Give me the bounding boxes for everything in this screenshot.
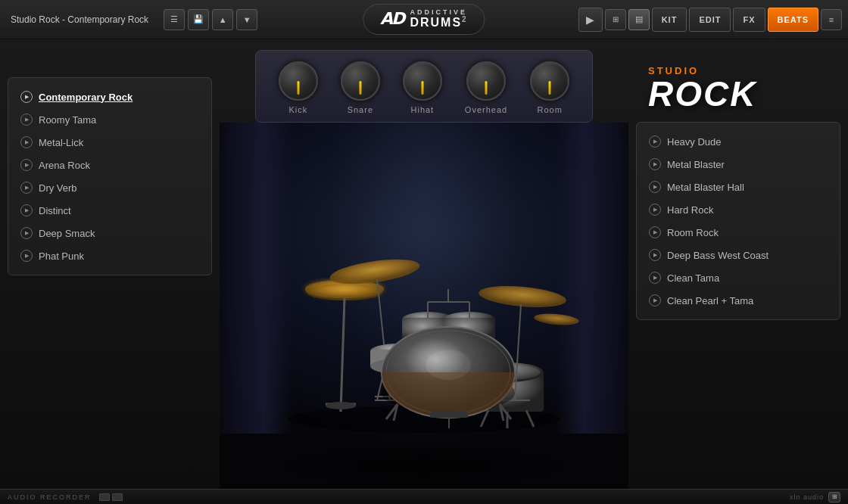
preset-label: Deep Bass West Coast: [667, 250, 768, 261]
tab-edit[interactable]: EDIT: [689, 8, 731, 32]
tab-beats[interactable]: BEATS: [768, 8, 818, 32]
left-preset-list: ▶ Contemporary Rock ▶ Roomy Tama ▶ Metal…: [8, 77, 212, 275]
play-icon: ▶: [649, 204, 661, 216]
more-button[interactable]: ≡: [821, 9, 842, 30]
xln-logo: xln audio: [790, 493, 824, 501]
play-button[interactable]: ▶: [578, 8, 603, 32]
rock-label: ROCK: [648, 76, 828, 111]
floor-shadow: [260, 443, 588, 489]
svg-point-11: [307, 284, 382, 300]
preset-label: Room Rock: [667, 227, 719, 238]
stop-button[interactable]: [112, 493, 123, 501]
grid-view-button[interactable]: ⊞: [605, 9, 626, 30]
room-knob[interactable]: [530, 61, 569, 101]
top-right-controls: ▶ ⊞ ▤ KIT EDIT FX BEATS ≡: [578, 8, 848, 32]
list-item[interactable]: ▶ Hard Rock: [637, 198, 840, 221]
preset-label: Arena Rock: [39, 160, 90, 171]
next-button[interactable]: ▼: [236, 9, 257, 30]
list-view-button[interactable]: ▤: [628, 9, 650, 30]
play-icon: ▶: [649, 181, 661, 193]
list-item[interactable]: ▶ Metal Blaster Hall: [637, 176, 840, 198]
play-icon: ▶: [20, 182, 33, 194]
tab-kit[interactable]: KIT: [652, 8, 687, 32]
play-icon: ▶: [20, 204, 33, 216]
preset-label: Hard Rock: [667, 204, 713, 216]
svg-line-12: [341, 298, 344, 412]
list-item[interactable]: ▶ Clean Pearl + Tama: [637, 289, 840, 312]
play-icon: ▶: [20, 91, 33, 103]
preset-label: Metal-Lick: [39, 137, 83, 148]
room-label: Room: [537, 105, 562, 114]
list-item[interactable]: ▶ Phat Punk: [8, 244, 211, 267]
left-panel: ▶ Contemporary Rock ▶ Roomy Tama ▶ Metal…: [0, 39, 220, 489]
kick-knob[interactable]: [279, 61, 318, 101]
right-panel: STUDIO ROCK ▶ Heavy Dude ▶ Metal Blaster…: [628, 39, 848, 489]
overhead-knob-wrap: Overhead: [465, 61, 507, 114]
overhead-knob[interactable]: [466, 61, 506, 101]
list-item[interactable]: ▶ Heavy Dude: [637, 130, 840, 153]
svg-point-51: [426, 350, 471, 380]
preset-label: Heavy Dude: [667, 136, 722, 148]
play-icon: ▶: [649, 158, 661, 170]
hihat-label: Hihat: [411, 105, 435, 114]
bottom-controls: [99, 493, 123, 501]
play-icon: ▶: [649, 135, 661, 148]
list-item[interactable]: ▶ Room Rock: [637, 221, 840, 244]
preset-label: Distinct: [39, 205, 71, 216]
save-button[interactable]: 💾: [188, 9, 209, 30]
list-item[interactable]: ▶ Deep Smack: [8, 222, 211, 244]
audio-recorder-label: AUDIO RECORDER: [8, 493, 92, 501]
play-icon: ▶: [20, 159, 33, 171]
kick-label: Kick: [288, 105, 307, 114]
list-item[interactable]: ▶ Roomy Tama: [8, 108, 211, 131]
play-icon: ▶: [649, 272, 661, 284]
top-bar: Studio Rock - Contemporary Rock ☰ 💾 ▲ ▼ …: [0, 0, 848, 39]
play-icon: ▶: [20, 114, 33, 126]
resize-handle[interactable]: ⊞: [828, 492, 840, 502]
list-item[interactable]: ▶ Contemporary Rock: [8, 86, 211, 108]
kick-knob-wrap: Kick: [279, 61, 318, 114]
snare-knob-wrap: Snare: [341, 61, 380, 114]
rec-button[interactable]: [99, 493, 110, 501]
preset-label: Deep Smack: [39, 228, 95, 239]
studio-rock-logo: STUDIO ROCK: [636, 54, 840, 116]
list-item[interactable]: ▶ Metal-Lick: [8, 131, 211, 154]
main-content: ▶ Contemporary Rock ▶ Roomy Tama ▶ Metal…: [0, 39, 848, 489]
snare-knob[interactable]: [341, 61, 380, 101]
play-icon: ▶: [649, 226, 661, 238]
app-logo: 𝗔𝗗 ADDICTIVE DRUMS2: [363, 4, 485, 34]
overhead-label: Overhead: [465, 105, 507, 114]
hihat-knob-wrap: Hihat: [403, 61, 442, 114]
list-item[interactable]: ▶ Distinct: [8, 199, 211, 222]
tab-fx[interactable]: FX: [733, 8, 765, 32]
play-icon: ▶: [20, 227, 33, 239]
play-icon: ▶: [649, 294, 661, 306]
knobs-panel: Kick Snare Hihat Overhead Room: [255, 50, 593, 123]
preset-label: Contemporary Rock: [39, 92, 132, 103]
list-item[interactable]: ▶ Dry Verb: [8, 176, 211, 199]
drum-kit-area: [220, 123, 628, 489]
svg-rect-49: [430, 412, 468, 418]
ad-logo-icon: 𝗔𝗗: [380, 9, 404, 29]
svg-point-14: [326, 402, 356, 409]
bottom-right: xln audio ⊞: [790, 492, 840, 502]
play-icon: ▶: [20, 136, 33, 148]
room-knob-wrap: Room: [530, 61, 569, 114]
svg-point-18: [478, 283, 567, 310]
logo-addictive: ADDICTIVE: [410, 9, 467, 16]
list-item[interactable]: ▶ Metal Blaster: [637, 153, 840, 176]
preset-label: Clean Tama: [667, 272, 719, 284]
play-icon: ▶: [649, 249, 661, 261]
list-item[interactable]: ▶ Clean Tama: [637, 266, 840, 289]
bottom-bar: AUDIO RECORDER xln audio ⊞: [0, 489, 848, 504]
center-area: Kick Snare Hihat Overhead Room: [220, 39, 628, 489]
list-item[interactable]: ▶ Arena Rock: [8, 154, 211, 176]
svg-point-21: [534, 312, 580, 326]
prev-button[interactable]: ▲: [212, 9, 233, 30]
list-item[interactable]: ▶ Deep Bass West Coast: [637, 244, 840, 266]
logo-drums: DRUMS2: [410, 16, 467, 29]
preset-label: Metal Blaster Hall: [667, 182, 744, 193]
hihat-knob[interactable]: [403, 61, 442, 101]
top-controls-left: ☰ 💾 ▲ ▼: [159, 9, 262, 30]
menu-button[interactable]: ☰: [164, 9, 185, 30]
